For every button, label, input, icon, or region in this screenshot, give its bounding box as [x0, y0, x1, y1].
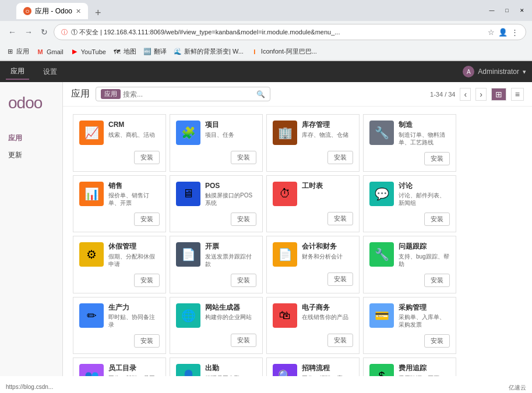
app-install-btn[interactable]: 安装 [134, 274, 160, 287]
app-icon: 🖥 [176, 182, 200, 206]
app-card: $ 费用追踪 费用验证、开票 安装 [363, 357, 456, 376]
app-install-btn[interactable]: 安装 [327, 151, 353, 164]
app-icon: ✏ [79, 303, 104, 328]
app-info: 生产力 即时贴、协同备注录 [108, 303, 160, 329]
search-input[interactable] [123, 90, 254, 98]
app-install-btn[interactable]: 安装 [231, 151, 256, 164]
app-install-btn[interactable]: 安装 [327, 212, 353, 225]
app-icon: 👥 [79, 364, 104, 376]
app-install-btn[interactable]: 安装 [327, 334, 353, 347]
bookmark-maps[interactable]: 🗺 地图 [113, 47, 136, 56]
search-box[interactable]: 应用 🔍 [96, 87, 270, 101]
kanban-view-btn[interactable]: ⊞ [491, 88, 506, 101]
app-card: 🔧 制造 制造订单、物料清单、工艺路线 安装 [363, 114, 456, 172]
app-icon: 📄 [176, 242, 200, 267]
app-icon: 🛍 [273, 303, 297, 328]
bookmark-star-btn[interactable]: ☆ [488, 28, 495, 37]
app-install-btn[interactable]: 安装 [327, 272, 353, 286]
prev-page-btn[interactable]: ‹ [460, 88, 471, 101]
app-icon-symbol: 💬 [375, 187, 389, 201]
app-desc: 制造订单、物料清单、工艺路线 [399, 131, 450, 146]
app-desc: 假期、分配和休假申请 [108, 253, 160, 268]
bookmark-apps[interactable]: ⊞ 应用 [6, 47, 29, 56]
app-icon: 🔧 [369, 121, 394, 145]
footer-url: https://blog.csdn... [6, 384, 53, 392]
sidebar-item-updates[interactable]: 更新 [0, 147, 62, 164]
user-account-btn[interactable]: 👤 [498, 28, 508, 37]
app-card: 🧩 项目 项目、任务 安装 [170, 114, 263, 172]
app-icon: 🧩 [176, 121, 200, 145]
app-card-header: 🏢 库存管理 库存、物流、仓储 [273, 121, 353, 145]
app-card-header: 🌐 网站生成器 构建你的企业网站 [176, 303, 256, 328]
next-page-btn[interactable]: › [475, 88, 487, 101]
tab-close-btn[interactable]: ✕ [76, 8, 81, 15]
forward-btn[interactable]: → [22, 25, 35, 39]
app-install-btn[interactable]: 安装 [134, 334, 160, 348]
app-card: 👤 出勤 管理员工出勤 安装 [170, 357, 263, 376]
app-card: 🏢 库存管理 库存、物流、仓储 安装 [266, 114, 360, 172]
odoo-main: 应用 应用 🔍 1-34 / 34 ‹ › ⊞ ≡ 📈 [63, 82, 532, 376]
user-dropdown-icon[interactable]: ▾ [523, 68, 526, 76]
app-desc: 在线销售你的产品 [302, 313, 353, 321]
sidebar-item-apps[interactable]: 应用 [0, 130, 62, 147]
active-tab[interactable]: O 应用 - Odoo ✕ [16, 3, 88, 19]
app-icon-symbol: ✏ [87, 309, 97, 323]
bookmark-apps-label: 应用 [16, 47, 29, 56]
odoo-username[interactable]: Administrator [478, 68, 519, 76]
app-install-btn[interactable]: 安装 [134, 151, 160, 164]
app-icon: ⚙ [79, 242, 104, 267]
app-name: 讨论 [399, 182, 450, 191]
app-info: POS 触摸屏接口的POS系统 [205, 182, 256, 207]
main-title: 应用 [71, 88, 90, 100]
bookmark-maps-label: 地图 [124, 47, 136, 56]
app-info: 招聘流程 工作、招聘、应聘、面试 [302, 364, 353, 376]
back-btn[interactable]: ← [6, 25, 19, 39]
app-install-btn[interactable]: 安装 [231, 334, 256, 347]
more-options-btn[interactable]: ⋮ [511, 28, 519, 37]
app-desc: 工作、招聘、应聘、面试 [302, 374, 353, 376]
url-box[interactable]: ⓘ ① 不安全 | 192.168.43.111:8069/web/#view_… [54, 24, 526, 40]
odoo-topbar: 应用 设置 A Administrator ▾ [0, 61, 532, 82]
app-card-header: 📊 销售 报价单、销售订单、开票 [79, 182, 160, 207]
app-install-btn[interactable]: 安装 [424, 274, 450, 287]
app-install-btn[interactable]: 安装 [424, 152, 450, 165]
odoo-menu-app[interactable]: 应用 [6, 64, 29, 80]
app-info: 项目 项目、任务 [205, 121, 256, 139]
footer-cloud: 亿速云 [509, 384, 526, 392]
app-info: 销售 报价单、销售订单、开票 [108, 182, 160, 207]
minimize-btn[interactable]: — [488, 6, 496, 15]
tab-bar: O 应用 - Odoo ✕ + [10, 2, 483, 19]
app-desc: 构建你的企业网站 [205, 313, 256, 321]
bookmark-bg[interactable]: 🌊 新鲜的背景浙变| W... [174, 47, 244, 56]
bookmark-translate[interactable]: 🔤 翻译 [143, 47, 167, 56]
close-btn[interactable]: ✕ [518, 6, 526, 15]
odoo-menu-settings[interactable]: 设置 [38, 65, 62, 79]
bookmark-youtube[interactable]: ▶ YouTube [71, 48, 106, 56]
app-install-btn[interactable]: 安装 [134, 213, 160, 226]
reload-btn[interactable]: ↻ [38, 25, 50, 39]
app-icon-symbol: ⚙ [86, 247, 97, 261]
maximize-btn[interactable]: □ [503, 6, 511, 15]
odoo-app: 应用 设置 A Administrator ▾ odoo 应用 更新 应用 应用 [0, 61, 532, 376]
app-card-header: 🔧 制造 制造订单、物料清单、工艺路线 [369, 121, 450, 146]
app-name: 员工目录 [108, 364, 160, 373]
app-icon-symbol: 👤 [181, 369, 196, 376]
app-name: 会计和财务 [302, 242, 353, 252]
bookmark-iconfont[interactable]: I Iconfont-阿里巴巴... [251, 47, 317, 56]
app-install-btn[interactable]: 安装 [424, 334, 450, 348]
app-card-header: 🔧 问题跟踪 支持、bug跟踪、帮助 [369, 242, 450, 268]
app-name: 采购管理 [399, 303, 450, 313]
app-install-btn[interactable]: 安装 [231, 274, 256, 287]
app-icon: 📄 [273, 242, 297, 267]
app-install-btn[interactable]: 安装 [231, 213, 256, 226]
list-view-btn[interactable]: ≡ [511, 88, 524, 101]
bookmark-gmail[interactable]: M Gmail [36, 48, 64, 56]
app-name: 工时表 [302, 182, 353, 191]
app-desc: 讨论、邮件列表、新闻组 [399, 192, 450, 207]
app-install-btn[interactable]: 安装 [424, 213, 450, 226]
app-icon: 📊 [79, 182, 104, 206]
app-desc: 线索、商机、活动 [108, 131, 160, 139]
youtube-icon: ▶ [71, 48, 79, 56]
app-info: 制造 制造订单、物料清单、工艺路线 [399, 121, 450, 146]
new-tab-btn[interactable]: + [90, 7, 106, 19]
